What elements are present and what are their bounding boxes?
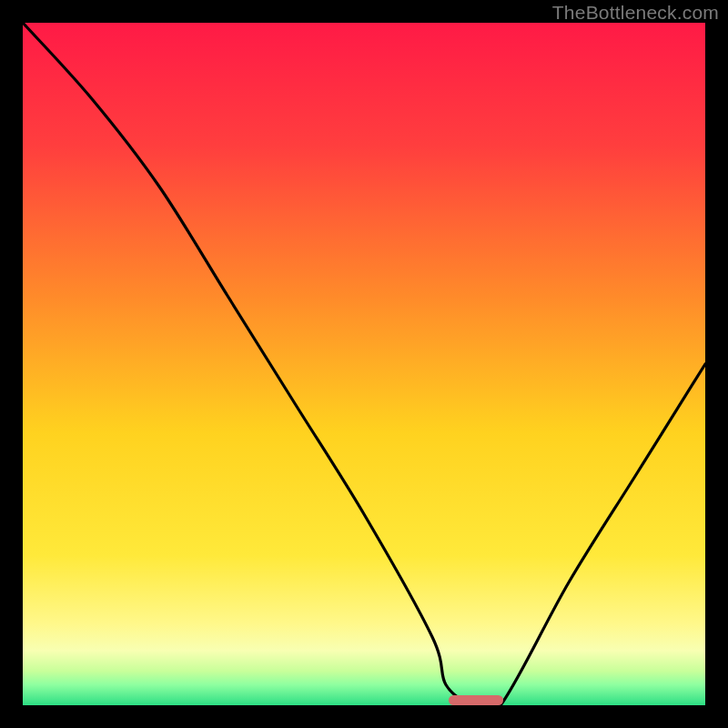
bottleneck-curve [23, 23, 705, 705]
optimal-zone-marker [449, 695, 503, 705]
chart-frame: TheBottleneck.com [0, 0, 728, 728]
watermark-text: TheBottleneck.com [552, 2, 719, 24]
plot-area [23, 23, 705, 705]
